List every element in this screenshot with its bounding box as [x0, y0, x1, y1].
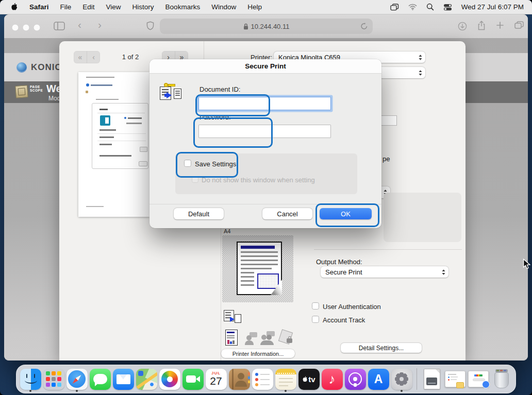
dock-notes[interactable] — [275, 367, 296, 391]
annotation-password — [193, 117, 273, 148]
chevron-up-down-icon — [441, 269, 446, 276]
spotlight-search-icon[interactable] — [426, 3, 434, 11]
dock-trash[interactable] — [491, 367, 512, 391]
printer-information-button[interactable]: Printer Information... — [221, 349, 295, 358]
messages-icon — [90, 369, 111, 390]
pagescope-stamp-icon — [15, 85, 28, 98]
document-file-icon — [422, 369, 443, 390]
dock-document-file[interactable] — [421, 367, 443, 391]
window-close-button[interactable] — [12, 24, 19, 31]
downloads-icon[interactable] — [458, 22, 467, 33]
dock-maps[interactable] — [136, 367, 157, 391]
document-id-label: Document ID: — [200, 85, 240, 93]
dock-launchpad[interactable] — [43, 367, 64, 391]
dock-messages[interactable] — [89, 367, 111, 391]
account-track-label: Account Track — [323, 316, 365, 324]
output-method-select[interactable]: Secure Print — [321, 266, 448, 278]
stage-manager-icon[interactable] — [390, 4, 399, 11]
music-icon: ♪ — [322, 369, 343, 390]
control-center-icon[interactable] — [443, 4, 452, 11]
minimized-window-1-thumbnail — [445, 369, 466, 390]
dock-minimized-window-1[interactable] — [444, 367, 466, 391]
running-indicator — [76, 390, 78, 392]
finder-icon — [20, 369, 41, 390]
menu-view[interactable]: View — [106, 3, 121, 11]
running-indicator — [401, 390, 403, 392]
address-bar[interactable]: 10.244.40.11 — [160, 19, 373, 34]
pagescope-small-text: PAGESCOPE — [30, 85, 43, 92]
page-nav-back-group: « ‹ — [74, 51, 100, 63]
truncated-label: pe — [383, 155, 390, 163]
safari-toolbar: ‹ › 10.244.40.11 — [4, 14, 528, 39]
privacy-shield-icon[interactable] — [146, 21, 154, 32]
app-store-letter: A — [374, 372, 383, 386]
tab-overview-icon[interactable] — [514, 21, 524, 31]
window-minimize-button[interactable] — [23, 24, 29, 31]
menu-bookmarks[interactable]: Bookmarks — [165, 3, 201, 11]
first-page-button[interactable]: « — [74, 51, 87, 63]
user-authentication-checkbox[interactable] — [312, 302, 319, 310]
print-preview-page — [78, 72, 149, 217]
menu-bar: Safari File Edit View History Bookmarks … — [0, 0, 532, 14]
dock-mail[interactable] — [112, 367, 134, 391]
back-button[interactable]: ‹ — [78, 19, 81, 31]
default-button[interactable]: Default — [174, 208, 224, 219]
dock-minimized-window-2[interactable] — [468, 367, 489, 391]
dock-photos[interactable] — [159, 367, 180, 391]
app-store-icon: A — [368, 369, 389, 390]
user-auth-disabled-icon — [245, 332, 258, 346]
dock-divider — [417, 368, 417, 390]
cancel-button[interactable]: Cancel — [262, 208, 312, 219]
paper-size-label: A4 — [224, 228, 230, 234]
calendar-icon: JUL 27 — [206, 369, 227, 390]
paper-preview-area — [222, 235, 293, 302]
menu-app-name[interactable]: Safari — [29, 3, 49, 11]
maps-icon — [136, 369, 157, 390]
previous-page-button[interactable]: ‹ — [87, 51, 100, 63]
detail-settings-button[interactable]: Detail Settings... — [341, 343, 422, 353]
menu-help[interactable]: Help — [247, 3, 262, 11]
running-indicator — [29, 390, 31, 392]
forward-button[interactable]: › — [98, 19, 102, 31]
dock-app-store[interactable]: A — [368, 367, 389, 391]
lock-icon — [243, 23, 248, 30]
system-settings-icon — [391, 369, 412, 390]
share-icon[interactable] — [477, 21, 486, 33]
paper-preview-page-icon — [237, 242, 282, 295]
menu-window[interactable]: Window — [211, 3, 236, 11]
apple-menu-icon[interactable] — [10, 3, 18, 11]
dock-facetime[interactable] — [182, 367, 204, 391]
mouse-cursor — [523, 259, 532, 271]
dock-reminders[interactable] — [252, 367, 273, 391]
dock-appletv[interactable]: tv — [298, 367, 320, 391]
annotation-ok-button — [315, 203, 379, 227]
menu-edit[interactable]: Edit — [82, 3, 94, 11]
account-track-checkbox[interactable] — [312, 316, 319, 323]
menu-history[interactable]: History — [132, 3, 154, 11]
reload-icon[interactable] — [360, 22, 368, 32]
pagescope-subtitle-text: Mod — [48, 95, 60, 102]
facetime-icon — [182, 369, 204, 390]
driver-group-box-partial — [384, 193, 461, 242]
dock-podcasts[interactable] — [344, 367, 366, 391]
user-authentication-label: User Authentication — [323, 303, 381, 311]
dock-contacts[interactable] — [228, 367, 250, 391]
sidebar-toggle-icon[interactable] — [54, 22, 65, 32]
wifi-icon[interactable] — [408, 4, 417, 10]
menu-file[interactable]: File — [60, 3, 72, 11]
settings-separator — [314, 249, 462, 250]
photos-icon — [159, 369, 180, 390]
calendar-day: 27 — [206, 375, 227, 387]
window-zoom-button[interactable] — [34, 24, 40, 31]
podcasts-icon — [345, 369, 366, 390]
dock-system-settings[interactable] — [391, 367, 412, 391]
dock-safari[interactable] — [66, 367, 88, 391]
menu-clock[interactable]: Wed 27 Jul 6:07 PM — [461, 3, 524, 11]
secure-print-icon — [160, 82, 181, 103]
music-note-glyph: ♪ — [329, 372, 336, 386]
address-bar-url: 10.244.40.11 — [251, 23, 290, 30]
dock-finder[interactable] — [20, 367, 41, 391]
dock-music[interactable]: ♪ — [321, 367, 343, 391]
new-tab-icon[interactable] — [496, 21, 504, 31]
dock-calendar[interactable]: JUL 27 — [205, 367, 227, 391]
